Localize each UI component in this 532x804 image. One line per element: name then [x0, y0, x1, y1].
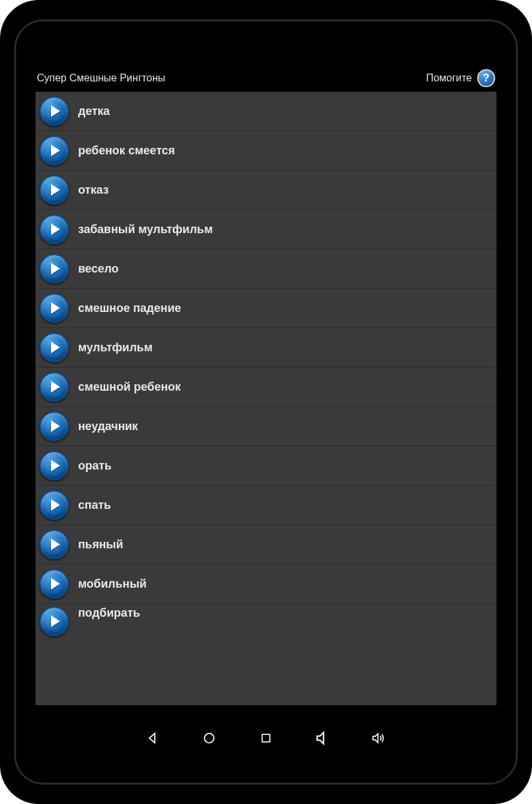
app-screen: Супер Смешные Рингтоны Помогите ? детка … [16, 21, 516, 705]
play-button[interactable] [39, 569, 69, 599]
play-icon [51, 499, 60, 511]
list-item[interactable]: подбирать [36, 604, 496, 637]
ringtone-label: подбирать [78, 606, 140, 620]
volume-up-icon[interactable] [371, 730, 388, 747]
recent-icon[interactable] [258, 730, 274, 747]
list-item[interactable]: спать [36, 486, 496, 525]
device-inner: Супер Смешные Рингтоны Помогите ? детка … [14, 19, 518, 785]
ringtone-label: мобильный [78, 577, 147, 591]
ringtone-label: ребенок смеется [78, 144, 175, 158]
play-icon [51, 302, 60, 314]
ringtone-label: пьяный [78, 538, 123, 551]
ringtone-label: мультфильм [78, 341, 152, 355]
list-item[interactable]: мультфильм [36, 328, 496, 367]
device-frame: Супер Смешные Рингтоны Помогите ? детка … [0, 0, 532, 804]
play-icon [51, 420, 60, 432]
app-title: Супер Смешные Рингтоны [37, 72, 165, 84]
system-navbar [16, 705, 516, 783]
play-icon [51, 615, 60, 627]
home-icon[interactable] [201, 730, 218, 747]
play-icon [51, 263, 60, 274]
ringtone-label: неудачник [78, 420, 138, 433]
ringtone-label: спать [78, 499, 111, 512]
list-item[interactable]: смешной ребенок [36, 367, 496, 407]
svg-point-0 [205, 734, 214, 743]
play-button[interactable] [39, 293, 69, 323]
play-icon [51, 223, 60, 235]
list-item[interactable]: детка [36, 92, 496, 131]
play-icon [51, 145, 60, 156]
ringtone-label: смешной ребенок [78, 380, 181, 394]
ringtone-label: весело [78, 262, 119, 276]
play-button[interactable] [39, 606, 69, 636]
play-icon [51, 539, 60, 550]
list-item[interactable]: мобильный [36, 564, 496, 604]
play-button[interactable] [39, 490, 69, 520]
list-item[interactable]: неудачник [36, 407, 496, 446]
help-label: Помогите [426, 72, 472, 84]
play-icon [51, 460, 60, 471]
play-icon [51, 105, 60, 117]
play-icon [51, 578, 60, 590]
list-item[interactable]: орать [36, 446, 496, 486]
ringtone-label: орать [78, 459, 112, 473]
play-button[interactable] [39, 530, 69, 559]
volume-down-icon[interactable] [314, 730, 331, 747]
list-item[interactable]: забавный мультфильм [36, 210, 496, 249]
help-button[interactable]: Помогите ? [426, 69, 495, 87]
play-button[interactable] [39, 411, 69, 441]
ringtone-label: детка [78, 105, 110, 118]
app-header: Супер Смешные Рингтоны Помогите ? [36, 70, 496, 92]
list-item[interactable]: пьяный [36, 525, 496, 564]
play-button[interactable] [39, 372, 69, 402]
play-button[interactable] [39, 333, 69, 362]
ringtone-label: смешное падение [78, 302, 181, 315]
list-item[interactable]: смешное падение [36, 289, 496, 328]
ringtone-list[interactable]: детка ребенок смеется отказ забавный мул… [36, 92, 496, 705]
play-icon [51, 184, 60, 196]
list-item[interactable]: весело [36, 249, 496, 289]
list-item[interactable]: отказ [36, 170, 496, 210]
back-icon[interactable] [144, 730, 161, 747]
play-icon [51, 342, 60, 353]
ringtone-label: отказ [78, 183, 109, 197]
play-button[interactable] [39, 96, 69, 126]
svg-rect-1 [262, 734, 270, 742]
play-button[interactable] [39, 214, 69, 244]
play-button[interactable] [39, 451, 69, 480]
play-button[interactable] [39, 175, 69, 205]
play-button[interactable] [39, 136, 69, 165]
play-icon [51, 381, 60, 393]
help-icon: ? [477, 69, 495, 87]
ringtone-label: забавный мультфильм [78, 223, 212, 236]
play-button[interactable] [39, 254, 69, 283]
list-item[interactable]: ребенок смеется [36, 131, 496, 170]
